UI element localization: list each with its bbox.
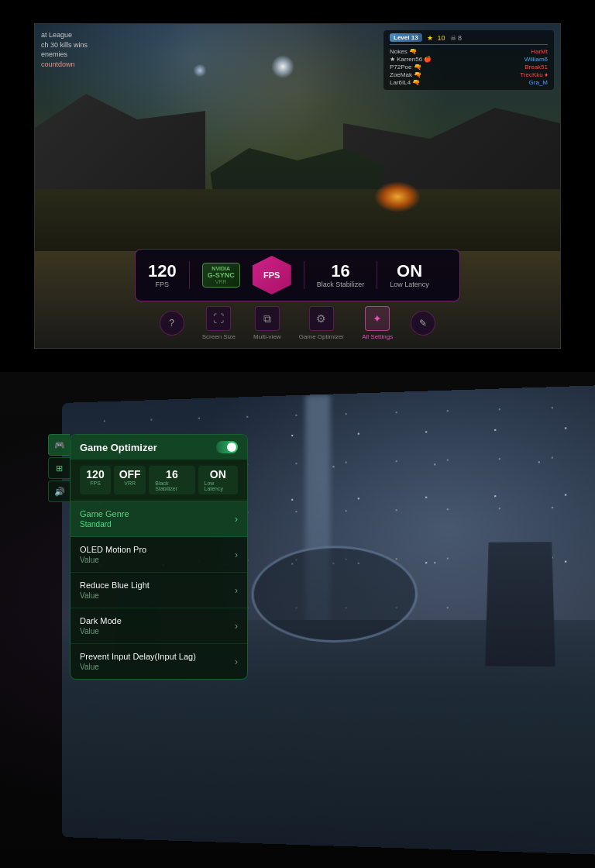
menu-item-dark-mode-left: Dark Mode Value <box>80 616 122 636</box>
side-icon-panel: 🎮 ⊞ 🔊 <box>48 434 70 502</box>
all-settings-label: All Settings <box>362 333 393 340</box>
menu-item-dark-mode[interactable]: Dark Mode Value › <box>71 608 247 644</box>
menu-item-game-genre-name: Game Genre <box>80 509 129 518</box>
player-row-5: Lar6IL4 🔫 Gra_M <box>390 79 548 86</box>
help-button[interactable]: ? <box>160 311 184 336</box>
menu-item-oled-motion[interactable]: OLED Motion Pro Value › <box>71 537 247 573</box>
edit-button[interactable]: ✎ <box>411 311 435 336</box>
hud-top-right: Level 13 ★ 10 ☠ 8 Nokes 🔫 HarMt ★ Karren… <box>383 30 554 90</box>
player-name-4: ZoeMak 🔫 <box>390 71 421 78</box>
bottom-game-section: 🎮 ⊞ 🔊 Game Optimizer 120 FPS OFF VRR 16 … <box>0 372 595 868</box>
player-name-5: Lar6IL4 🔫 <box>390 79 420 86</box>
player-name-3: P72Poe 🔫 <box>390 64 421 71</box>
menu-item-game-genre-value: Standard <box>80 520 129 529</box>
toggle-dot <box>227 443 236 452</box>
game-optimizer-label: Game Optimizer <box>299 333 344 340</box>
black-stabilizer-stat: 16 Black Stabilizer <box>317 263 365 288</box>
opt-fps-stat: 120 FPS <box>80 466 111 494</box>
opt-vrr-value: OFF <box>119 469 141 480</box>
chevron-prevent-input-delay: › <box>235 656 238 667</box>
hud-top-left: at League ch 30 kills wins enemies count… <box>41 30 88 69</box>
fps-value: 120 <box>148 263 177 280</box>
hud-line-1: at League <box>41 30 88 40</box>
star-value: 10 <box>438 34 445 42</box>
hud-level-row: Level 13 ★ 10 ☠ 8 <box>390 33 548 45</box>
ground <box>35 189 560 251</box>
optimizer-stats-row: 120 FPS OFF VRR 16 Black Stabilizer ON L… <box>71 460 247 501</box>
skull-icon: ☠ 8 <box>450 34 463 42</box>
opponent-name-3: Break51 <box>524 64 548 71</box>
opt-latency-value: ON <box>210 469 226 480</box>
side-icon-gamepad[interactable]: 🎮 <box>48 434 70 456</box>
game-optimizer-panel: Game Optimizer 120 FPS OFF VRR 16 Black … <box>70 434 248 680</box>
chevron-game-genre: › <box>235 514 238 525</box>
divider-3 <box>377 261 377 289</box>
divider-2 <box>304 261 304 289</box>
optimizer-toggle[interactable] <box>216 441 238 453</box>
light-spot-1 <box>271 55 294 78</box>
opponent-name-5: Gra_M <box>529 79 548 86</box>
stone-pillar-right <box>485 542 555 666</box>
player-row-2: ★ Karren56 🍎 William6 <box>390 56 548 63</box>
opponent-name-4: TrecKku ♦ <box>520 71 548 78</box>
fps-stat: 120 FPS <box>148 263 177 288</box>
opt-fps-label: FPS <box>90 480 101 486</box>
bottom-nav: ? ⛶ Screen Size ⧉ Multi-view ⚙ Game Opti… <box>150 306 445 340</box>
side-icon-display[interactable]: ⊞ <box>48 457 70 479</box>
vrr-text: VRR <box>215 279 227 284</box>
gsync-badge: NVIDIA G-SYNC VRR <box>202 263 240 288</box>
optimizer-title: Game Optimizer <box>80 442 157 453</box>
multi-view-icon[interactable]: ⧉ <box>255 306 280 331</box>
optimizer-header: Game Optimizer <box>71 435 247 460</box>
screen-size-nav[interactable]: ⛶ Screen Size <box>202 306 236 340</box>
player-row-4: ZoeMak 🔫 TrecKku ♦ <box>390 71 548 78</box>
menu-item-game-genre[interactable]: Game Genre Standard › <box>71 501 247 537</box>
opponent-name-1: HarMt <box>531 48 548 55</box>
hud-cooldown: countdown <box>41 60 88 70</box>
game-optimizer-nav[interactable]: ⚙ Game Optimizer <box>299 306 344 340</box>
menu-item-reduce-blue-light-value: Value <box>80 591 150 600</box>
screen-size-icon[interactable]: ⛶ <box>206 306 231 331</box>
top-game-section: at League ch 30 kills wins enemies count… <box>0 0 595 372</box>
opt-black-label: Black Stabilizer <box>155 480 188 491</box>
fps-label: FPS <box>156 281 170 288</box>
opt-latency-label: Low Latency <box>205 480 232 491</box>
gsync-text: G-SYNC <box>208 271 235 279</box>
menu-item-reduce-blue-light-name: Reduce Blue Light <box>80 580 150 590</box>
opt-black-stat: 16 Black Stabilizer <box>149 466 194 494</box>
game-screenshot-top: at League ch 30 kills wins enemies count… <box>34 23 561 349</box>
multi-view-label: Multi-view <box>253 333 281 340</box>
opt-vrr-label: VRR <box>124 480 136 486</box>
game-optimizer-bar: 120 FPS NVIDIA G-SYNC VRR FPS 16 Black S… <box>135 249 460 301</box>
muzzle-flash <box>374 181 421 212</box>
menu-item-prevent-input-delay[interactable]: Prevent Input Delay(Input Lag) Value › <box>71 644 247 679</box>
fps-hexagon: FPS <box>253 256 291 294</box>
menu-item-dark-mode-name: Dark Mode <box>80 616 122 625</box>
black-stabilizer-value: 16 <box>331 263 349 280</box>
opt-black-value: 16 <box>166 469 178 480</box>
menu-item-oled-motion-left: OLED Motion Pro Value <box>80 545 146 564</box>
game-optimizer-icon[interactable]: ⚙ <box>309 306 334 331</box>
hud-line-3: enemies <box>41 50 88 60</box>
multi-view-nav[interactable]: ⧉ Multi-view <box>253 306 281 340</box>
chevron-dark-mode: › <box>235 621 238 632</box>
player-name-2: ★ Karren56 🍎 <box>390 56 432 63</box>
side-icon-audio[interactable]: 🔊 <box>48 480 70 502</box>
chevron-oled-motion: › <box>235 549 238 560</box>
level-badge: Level 13 <box>390 33 422 42</box>
divider-1 <box>189 261 190 289</box>
menu-item-game-genre-left: Game Genre Standard <box>80 509 129 529</box>
opt-fps-value: 120 <box>86 469 104 480</box>
menu-item-reduce-blue-light-left: Reduce Blue Light Value <box>80 580 150 600</box>
player-name-1: Nokes 🔫 <box>390 48 417 55</box>
menu-item-oled-motion-value: Value <box>80 556 146 564</box>
all-settings-nav[interactable]: ✦ All Settings <box>362 306 393 340</box>
menu-item-dark-mode-value: Value <box>80 627 122 636</box>
menu-item-prevent-input-delay-left: Prevent Input Delay(Input Lag) Value <box>80 652 196 671</box>
low-latency-label: Low Latency <box>390 281 429 288</box>
low-latency-stat: ON Low Latency <box>390 263 429 288</box>
nvidia-logo: NVIDIA <box>212 266 230 271</box>
menu-item-reduce-blue-light[interactable]: Reduce Blue Light Value › <box>71 573 247 608</box>
all-settings-icon[interactable]: ✦ <box>365 306 390 331</box>
menu-item-oled-motion-name: OLED Motion Pro <box>80 545 146 554</box>
